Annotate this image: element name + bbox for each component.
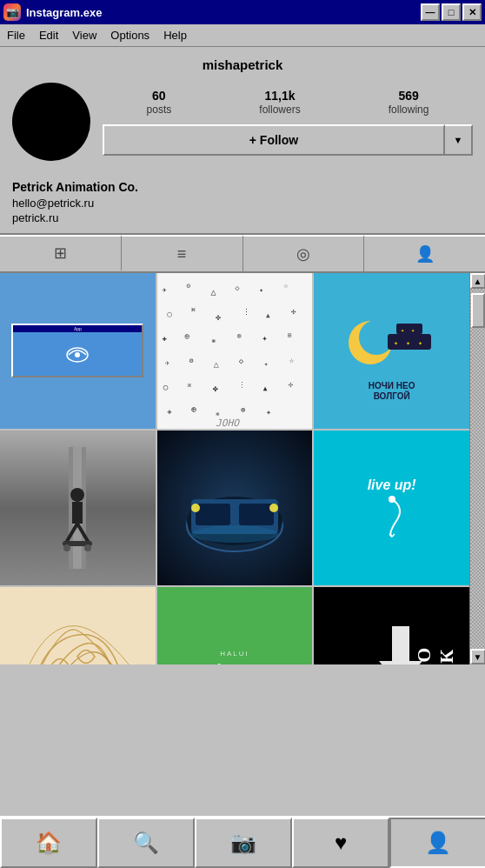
window-title: Instagram.exe	[26, 6, 415, 19]
title-bar: 📷 Instagram.exe — □ ✕	[0, 0, 485, 24]
follow-dropdown-button[interactable]: ▼	[445, 124, 473, 156]
camera-icon: 📷	[230, 831, 256, 855]
close-button[interactable]: ✕	[462, 3, 482, 21]
home-icon: 🏠	[36, 831, 62, 855]
list-icon: ≡	[177, 245, 187, 264]
svg-text:☆: ☆	[283, 281, 289, 290]
followers-count: 11,1k	[259, 89, 300, 103]
svg-text:☆: ☆	[289, 356, 295, 364]
svg-text:⊗: ⊗	[236, 331, 241, 340]
bio-website[interactable]: petrick.ru	[12, 211, 473, 224]
grid-icon: ⊞	[54, 244, 67, 263]
bottom-nav: 🏠 🔍 📷 ♥ 👤	[0, 816, 485, 868]
scroll-track[interactable]	[470, 289, 486, 649]
svg-text:✣: ✣	[288, 380, 293, 389]
stats-row: 60 posts 11,1k followers 569 following	[103, 89, 473, 116]
post-4[interactable]	[0, 431, 156, 586]
svg-point-1	[75, 352, 80, 357]
svg-text:JOHO: JOHO	[216, 417, 240, 428]
heart-icon: ♥	[335, 831, 347, 855]
menu-edit[interactable]: Edit	[39, 29, 58, 42]
nav-likes-button[interactable]: ♥	[292, 818, 389, 868]
post-3[interactable]: ✦ ✦ ✦ ✦ ✦ НОЧИ НЕОВОЛГОЙ	[314, 273, 469, 429]
posts-label: posts	[147, 103, 172, 116]
scroll-thumb[interactable]	[471, 293, 485, 328]
nav-search-button[interactable]: 🔍	[97, 818, 195, 868]
followers-stat: 11,1k followers	[259, 89, 300, 116]
menu-help[interactable]: Help	[163, 29, 187, 42]
avatar	[12, 83, 90, 161]
svg-text:○: ○	[167, 310, 172, 318]
post-7[interactable]	[0, 587, 156, 664]
svg-point-64	[389, 496, 395, 503]
tab-tagged[interactable]: 👤	[364, 235, 485, 271]
profile-nav-icon: 👤	[425, 831, 451, 855]
tab-list[interactable]: ≡	[122, 235, 243, 271]
svg-point-54	[63, 544, 70, 551]
svg-text:⋮: ⋮	[237, 381, 245, 390]
svg-text:⋮: ⋮	[242, 308, 250, 317]
svg-text:✦: ✦	[263, 360, 268, 368]
svg-rect-59	[196, 504, 230, 525]
profile-area: mishapetrick 60 posts 11,1k followers 56…	[0, 47, 485, 171]
svg-point-49	[70, 488, 84, 502]
menu-options[interactable]: Options	[110, 29, 149, 42]
posts-stat: 60 posts	[147, 89, 172, 116]
maximize-button[interactable]: □	[442, 3, 461, 21]
svg-text:○: ○	[163, 383, 168, 391]
nav-profile-button[interactable]: 👤	[389, 818, 485, 868]
follow-row: + Follow ▼	[103, 124, 473, 156]
svg-text:❋: ❋	[216, 410, 220, 417]
window-controls: — □ ✕	[421, 3, 482, 21]
post-6[interactable]: live up!	[314, 431, 469, 586]
grid-scroll-area[interactable]: App	[0, 273, 469, 664]
tab-location[interactable]: ◎	[243, 235, 365, 271]
svg-text:✦: ✦	[418, 341, 422, 346]
svg-text:⚙: ⚙	[189, 357, 194, 364]
follow-button[interactable]: + Follow	[103, 124, 445, 156]
post-grid: App	[0, 273, 469, 664]
following-count: 569	[389, 89, 429, 103]
app-icon: 📷	[3, 3, 21, 21]
scroll-up-button[interactable]: ▲	[470, 273, 486, 289]
svg-text:✦: ✦	[401, 328, 404, 333]
post-5[interactable]	[157, 431, 313, 586]
search-icon: 🔍	[133, 831, 159, 855]
followers-label: followers	[259, 103, 300, 116]
svg-text:✚: ✚	[167, 407, 171, 416]
nav-camera-button[interactable]: 📷	[195, 818, 292, 868]
menu-view[interactable]: View	[72, 29, 96, 42]
svg-text:⊗: ⊗	[241, 405, 245, 414]
minimize-button[interactable]: —	[421, 3, 440, 21]
post-1[interactable]: App	[0, 273, 156, 429]
scroll-down-button[interactable]: ▼	[470, 649, 486, 664]
svg-text:✦: ✦	[259, 286, 263, 294]
svg-rect-60	[239, 504, 274, 525]
svg-text:⌘: ⌘	[191, 306, 196, 314]
post-8[interactable]: HALUI Vitagurt	[157, 587, 313, 664]
username: mishapetrick	[12, 57, 473, 72]
svg-text:△: △	[213, 359, 219, 369]
svg-text:✣: ✣	[291, 307, 296, 316]
tabs-row: ⊞ ≡ ◎ 👤	[0, 233, 485, 273]
svg-text:⊕: ⊕	[191, 404, 196, 414]
menu-file[interactable]: File	[7, 29, 25, 42]
tagged-icon: 👤	[415, 244, 435, 264]
post-9[interactable]: ПЛОРИК	[314, 587, 469, 664]
svg-text:◇: ◇	[238, 357, 243, 365]
svg-text:△: △	[210, 287, 216, 297]
bio-email[interactable]: hello@petrick.ru	[12, 197, 473, 210]
svg-rect-50	[72, 502, 83, 524]
location-icon: ◎	[296, 244, 310, 264]
svg-text:✦: ✦	[262, 333, 267, 343]
svg-point-63	[191, 525, 278, 543]
post-grid-container: App	[0, 273, 485, 664]
svg-text:✈: ✈	[162, 285, 167, 294]
scrollbar: ▲ ▼	[469, 273, 485, 664]
nav-home-button[interactable]: 🏠	[0, 818, 97, 868]
profile-main: 60 posts 11,1k followers 569 following +…	[12, 83, 473, 161]
posts-count: 60	[147, 89, 172, 103]
tab-grid[interactable]: ⊞	[0, 235, 122, 271]
svg-text:✦: ✦	[411, 328, 415, 333]
post-2[interactable]: ✈ ⚙ △ ◇ ✦ ☆ ○ ⌘ ✤ ⋮ ▲ ✣ ✚	[157, 273, 313, 429]
